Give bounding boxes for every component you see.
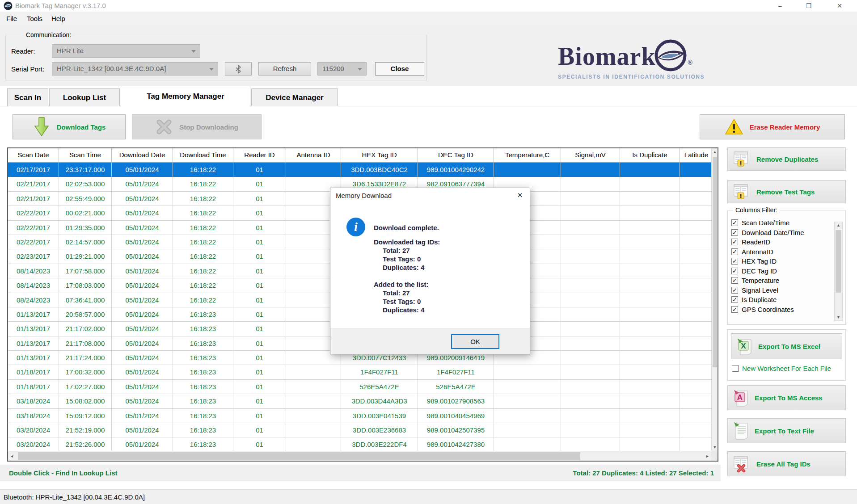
ok-button[interactable]: OK	[451, 334, 499, 349]
filter-checkbox[interactable]: ✓	[731, 287, 738, 294]
horizontal-scroll-thumb[interactable]	[18, 452, 580, 460]
filter-item-antennaid[interactable]: ✓AntennaID	[731, 247, 773, 256]
filter-scrollbar[interactable]: ▲ ▼	[834, 222, 843, 321]
table-cell	[680, 235, 713, 249]
table-cell: 05/01/2024	[112, 394, 173, 408]
new-worksheet-checkbox[interactable]	[732, 365, 739, 372]
horizontal-scrollbar[interactable]: ◄ ►	[8, 451, 711, 461]
filter-item-dec-tag-id[interactable]: ✓DEC Tag ID	[731, 266, 777, 276]
minimize-button[interactable]: –	[770, 0, 790, 12]
export-access-button[interactable]: A Export To MS Access	[727, 385, 846, 410]
table-cell	[620, 264, 680, 278]
download-tags-button[interactable]: Download Tags	[13, 114, 126, 139]
remove-test-tags-button[interactable]: Remove Test Tags	[727, 180, 846, 203]
scroll-up-arrow[interactable]: ▲	[712, 150, 718, 154]
stop-downloading-button[interactable]: Stop Downloading	[132, 114, 262, 139]
filter-label: GPS Coordinates	[742, 306, 794, 313]
export-text-button[interactable]: Export To Text File	[727, 418, 846, 443]
column-header[interactable]: DEC Tag ID	[418, 148, 494, 163]
table-row[interactable]: 03/18/202415:09:12.00005/01/202416:18:23…	[8, 409, 713, 423]
filter-checkbox[interactable]: ✓	[731, 306, 738, 313]
serial-port-value: HPR-Lite_1342 [00.04.3E.4C.9D.0A]	[57, 65, 166, 72]
table-cell: 02:02:53.000	[59, 177, 112, 191]
table-row[interactable]: 03/20/202421:52:26.00005/01/202416:18:23…	[8, 437, 713, 452]
filter-item-temperature[interactable]: ✓Temperature	[731, 276, 779, 285]
table-cell	[561, 394, 620, 408]
filter-item-scan-date-time[interactable]: ✓Scan Date/Time	[731, 218, 789, 227]
vertical-scroll-thumb[interactable]	[713, 157, 717, 367]
tab-lookup-list[interactable]: Lookup List	[49, 88, 120, 106]
table-row[interactable]: 02/17/201723:37:17.00005/01/202416:18:22…	[8, 163, 713, 177]
scroll-down-arrow[interactable]: ▼	[835, 315, 842, 319]
filter-checkbox[interactable]: ✓	[731, 296, 738, 303]
scroll-up-arrow[interactable]: ▲	[835, 223, 842, 227]
filter-checkbox[interactable]: ✓	[731, 248, 738, 255]
filter-checkbox[interactable]: ✓	[731, 239, 738, 245]
table-cell	[620, 365, 680, 379]
menu-tools[interactable]: Tools	[27, 15, 42, 22]
column-header[interactable]: Scan Date	[8, 148, 59, 163]
erase-reader-memory-button[interactable]: Erase Reader Memory	[700, 114, 845, 139]
table-cell: 05/01/2024	[112, 177, 173, 191]
maximize-button[interactable]: ❐	[798, 0, 819, 12]
tab-device-manager[interactable]: Device Manager	[251, 88, 338, 106]
table-row[interactable]: 03/18/202415:08:02.00005/01/202416:18:23…	[8, 394, 713, 408]
list-warning-icon	[732, 183, 752, 201]
table-row[interactable]: 03/20/202421:52:19.00005/01/202416:18:23…	[8, 423, 713, 437]
scroll-right-arrow[interactable]: ►	[705, 454, 709, 458]
vertical-scrollbar[interactable]: ▲ ▼	[711, 148, 718, 451]
column-header[interactable]: Is Duplicate	[620, 148, 680, 163]
table-cell: 01:29:21.000	[59, 249, 112, 264]
table-row[interactable]: 01/18/201717:02:27.00005/01/202416:18:23…	[8, 380, 713, 394]
close-button[interactable]: ✕	[829, 0, 850, 12]
column-header[interactable]: HEX Tag ID	[341, 148, 418, 163]
table-row[interactable]: 01/18/201717:00:32.00005/01/202416:18:23…	[8, 365, 713, 379]
tab-scan-in[interactable]: Scan In	[7, 88, 48, 106]
filter-checkbox[interactable]: ✓	[731, 277, 738, 284]
filter-checkbox[interactable]: ✓	[731, 268, 738, 274]
bluetooth-button[interactable]	[225, 62, 252, 76]
filter-item-gps-coordinates[interactable]: ✓GPS Coordinates	[731, 305, 794, 314]
baud-rate-value: 115200	[322, 65, 344, 72]
close-port-button[interactable]: Close	[375, 62, 424, 76]
column-header[interactable]: Scan Time	[59, 148, 112, 163]
column-header[interactable]: Download Time	[173, 148, 233, 163]
table-cell: 02/17/2017	[8, 163, 59, 177]
erase-all-tag-ids-button[interactable]: Erase All Tag IDs	[727, 451, 846, 476]
table-cell: 15:09:12.000	[59, 409, 112, 423]
filter-checkbox[interactable]: ✓	[731, 258, 738, 265]
filter-checkbox[interactable]: ✓	[731, 229, 738, 236]
column-header[interactable]: Signal,mV	[561, 148, 620, 163]
table-cell: 3DD.003D44A3D3	[341, 394, 418, 408]
serial-port-dropdown[interactable]: HPR-Lite_1342 [00.04.3E.4C.9D.0A]	[52, 62, 218, 76]
dialog-title-bar[interactable]: Memory Download ✕	[330, 188, 530, 203]
export-excel-button[interactable]: X Export To MS Excel	[731, 333, 842, 359]
reader-dropdown[interactable]: HPR Lite	[52, 44, 200, 58]
refresh-button[interactable]: Refresh	[258, 62, 311, 76]
column-header[interactable]: Download Date	[112, 148, 173, 163]
scroll-down-arrow[interactable]: ▼	[712, 445, 718, 449]
list-warning-icon	[732, 150, 752, 168]
dialog-close-icon[interactable]: ✕	[510, 188, 530, 202]
filter-item-download-date-time[interactable]: ✓Download Date/Time	[731, 228, 804, 237]
column-header[interactable]: Latitude	[680, 148, 713, 163]
new-worksheet-option[interactable]: New Worksheet For Each File	[732, 365, 831, 372]
column-header[interactable]: Antenna ID	[286, 148, 341, 163]
column-header[interactable]: Temperature,C	[494, 148, 561, 163]
header-area: Communication: Reader: HPR Lite Serial P…	[0, 27, 857, 86]
menu-file[interactable]: File	[6, 15, 17, 22]
biomark-logo: Biomark ® SPECIALISTS IN IDENTIFICATION …	[558, 38, 705, 80]
filter-scroll-thumb[interactable]	[836, 230, 841, 293]
scroll-left-arrow[interactable]: ◄	[10, 454, 14, 458]
baud-rate-dropdown[interactable]: 115200	[317, 62, 367, 76]
filter-item-hex-tag-id[interactable]: ✓HEX Tag ID	[731, 256, 777, 266]
menu-help[interactable]: Help	[51, 15, 65, 22]
filter-item-is-duplicate[interactable]: ✓Is Duplicate	[731, 295, 777, 304]
tab-tag-memory-manager[interactable]: Tag Memory Manager	[121, 86, 250, 106]
column-header[interactable]: Reader ID	[233, 148, 286, 163]
filter-item-readerid[interactable]: ✓ReaderID	[731, 237, 770, 247]
filter-item-signal-level[interactable]: ✓Signal Level	[731, 286, 778, 295]
table-cell	[680, 177, 713, 191]
filter-checkbox[interactable]: ✓	[731, 219, 738, 226]
remove-duplicates-button[interactable]: Remove Duplicates	[727, 147, 846, 171]
